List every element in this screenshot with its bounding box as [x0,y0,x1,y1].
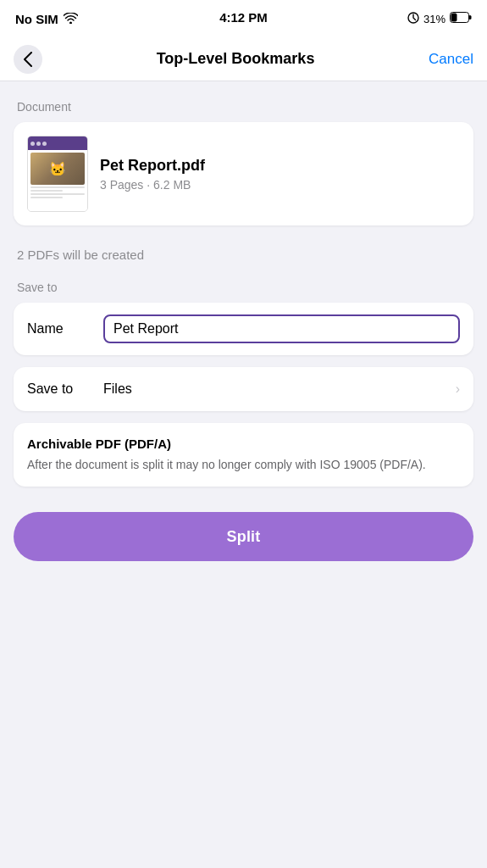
nav-bar: Top-Level Bookmarks Cancel [0,37,487,81]
status-bar: No SIM 4:12 PM 31% [0,0,487,37]
save-to-value: Files [103,381,456,397]
thumb-dot-3 [42,142,47,146]
name-input-wrapper[interactable]: Pet Report [103,314,460,343]
document-name: Pet Report.pdf [100,157,205,175]
cat-emoji: 🐱 [49,161,66,177]
thumb-dot-1 [30,142,35,146]
document-card: 🐱 Pet Report.pdf 3 Pages · 6.2 MB [14,122,473,225]
thumb-line-1 [30,186,85,188]
save-to-form-group: Save to Files › [14,367,473,411]
save-to-chevron-icon: › [456,381,460,397]
name-form-group: Name Pet Report [14,303,473,355]
document-thumbnail: 🐱 [27,136,88,212]
name-row[interactable]: Name Pet Report [14,303,473,355]
warning-title: Archivable PDF (PDF/A) [27,437,460,451]
status-time: 4:12 PM [219,10,268,25]
save-to-section-label: Save to [14,281,473,294]
name-input-value[interactable]: Pet Report [113,321,450,337]
thumb-line-4 [30,197,63,198]
carrier-wifi: No SIM [15,12,78,26]
thumb-line-2 [30,190,63,192]
thumb-dot-2 [36,142,41,146]
battery-percent: 31% [423,13,445,25]
cancel-button[interactable]: Cancel [429,51,473,68]
document-meta: 3 Pages · 6.2 MB [100,178,205,192]
name-label: Name [27,321,103,337]
split-button[interactable]: Split [14,512,473,561]
document-info: Pet Report.pdf 3 Pages · 6.2 MB [100,157,205,192]
carrier-label: No SIM [15,12,58,26]
document-section-label: Document [14,100,473,114]
back-button[interactable] [14,45,42,74]
save-to-label: Save to [27,381,103,397]
thumb-image: 🐱 [30,153,85,185]
svg-rect-2 [469,15,472,19]
save-to-row[interactable]: Save to Files › [14,367,473,411]
thumb-header [28,136,87,150]
warning-box: Archivable PDF (PDF/A) After the documen… [14,423,473,487]
nav-title: Top-Level Bookmarks [157,50,315,68]
pdf-count-info: 2 PDFs will be created [14,248,473,262]
svg-rect-3 [451,14,457,22]
split-button-label: Split [227,528,261,546]
wifi-icon [64,12,78,26]
status-indicators: 31% [407,12,472,26]
thumb-body: 🐱 [28,150,87,211]
thumb-line-3 [30,193,85,195]
main-content: Document 🐱 Pet Report.pdf 3 Pages · 6.2 … [0,81,487,587]
battery-icon [450,12,472,25]
warning-text: After the document is split it may no lo… [27,456,460,473]
rotation-icon [407,12,419,26]
